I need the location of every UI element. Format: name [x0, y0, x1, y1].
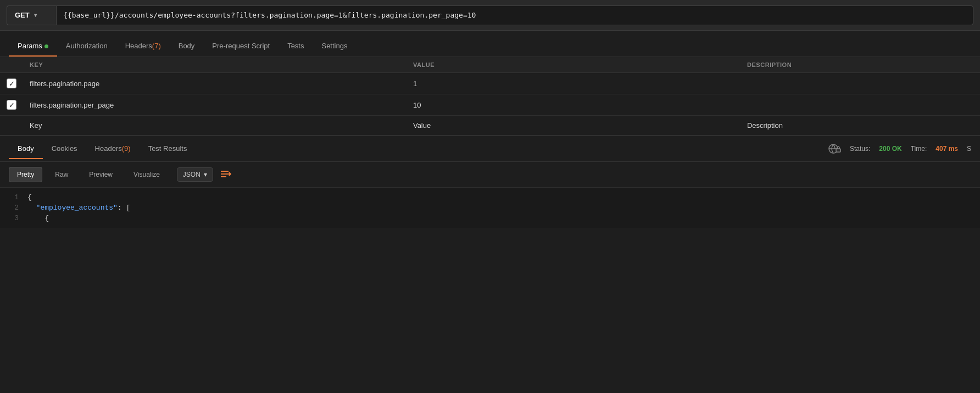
code-content: {	[27, 193, 32, 201]
row1-value[interactable]: 1	[407, 73, 740, 94]
row1-key[interactable]: filters.pagination.page	[23, 73, 407, 94]
tab-body[interactable]: Body	[170, 36, 204, 57]
response-tab-test-results[interactable]: Test Results	[140, 139, 196, 159]
status-label: Status:	[850, 145, 870, 153]
placeholder-row: Key Value Description	[0, 116, 980, 136]
response-tab-body[interactable]: Body	[9, 139, 43, 159]
code-line-3: 3 {	[0, 213, 980, 223]
format-bar: Pretty Raw Preview Visualize JSON ▾	[0, 162, 980, 188]
time-label: Time:	[911, 145, 927, 153]
time-value: 407 ms	[936, 145, 958, 153]
svg-rect-1	[836, 149, 840, 152]
method-chevron: ▾	[34, 12, 37, 18]
row2-description	[740, 94, 980, 116]
th-description: DESCRIPTION	[740, 57, 980, 73]
json-label: JSON	[183, 171, 201, 178]
row2-key[interactable]: filters.pagination.per_page	[23, 94, 407, 116]
params-dot	[44, 44, 48, 48]
status-value: 200 OK	[879, 145, 901, 153]
placeholder-value[interactable]: Value	[407, 116, 740, 136]
row1-description	[740, 73, 980, 94]
table-row: ✓ filters.pagination.page 1	[0, 73, 980, 94]
json-format-select[interactable]: JSON ▾	[177, 167, 213, 182]
format-btn-raw[interactable]: Raw	[47, 167, 76, 182]
tab-headers[interactable]: Headers(7)	[116, 36, 170, 57]
row2-value[interactable]: 10	[407, 94, 740, 116]
row1-checkbox-cell[interactable]: ✓	[0, 73, 23, 94]
code-area: 1 { 2 "employee_accounts": [ 3 {	[0, 188, 980, 228]
method-dropdown[interactable]: GET ▾	[7, 5, 56, 25]
response-tab-cookies[interactable]: Cookies	[43, 139, 86, 159]
line-number: 1	[0, 193, 27, 201]
code-content: "employee_accounts": [	[27, 204, 130, 212]
placeholder-key[interactable]: Key	[23, 116, 407, 136]
tab-settings[interactable]: Settings	[313, 36, 356, 57]
format-btn-pretty[interactable]: Pretty	[9, 167, 42, 182]
code-line-2: 2 "employee_accounts": [	[0, 203, 980, 213]
tab-authorization[interactable]: Authorization	[57, 36, 116, 57]
url-bar: GET ▾	[0, 0, 980, 31]
globe-lock-icon	[828, 142, 841, 155]
method-label: GET	[15, 11, 30, 19]
request-tabs-row: Params Authorization Headers(7) Body Pre…	[0, 31, 980, 57]
format-btn-preview[interactable]: Preview	[81, 167, 121, 182]
checkbox-checked-2[interactable]: ✓	[7, 100, 16, 110]
params-content: KEY VALUE DESCRIPTION ✓ filters.paginati…	[0, 57, 980, 136]
th-checkbox	[0, 57, 23, 73]
placeholder-description[interactable]: Description	[740, 116, 980, 136]
tab-params[interactable]: Params	[9, 36, 57, 57]
size-label: S	[967, 145, 971, 153]
row2-checkbox-cell[interactable]: ✓	[0, 94, 23, 116]
line-number: 3	[0, 214, 27, 222]
code-content: {	[27, 214, 49, 222]
tab-prerequest[interactable]: Pre-request Script	[203, 36, 279, 57]
wrap-button[interactable]	[218, 166, 234, 183]
th-key: KEY	[23, 57, 407, 73]
checkbox-checked-1[interactable]: ✓	[7, 78, 16, 88]
format-btn-visualize[interactable]: Visualize	[125, 167, 168, 182]
json-chevron: ▾	[204, 171, 207, 178]
url-input[interactable]	[56, 5, 973, 25]
response-tab-headers[interactable]: Headers(9)	[86, 139, 140, 159]
response-status: Status: 200 OK Time: 407 ms S	[828, 142, 971, 155]
code-line-1: 1 {	[0, 192, 980, 203]
params-table: KEY VALUE DESCRIPTION ✓ filters.paginati…	[0, 57, 980, 136]
tab-tests[interactable]: Tests	[279, 36, 313, 57]
response-tabs-row: Body Cookies Headers(9) Test Results Sta…	[0, 136, 980, 162]
table-row: ✓ filters.pagination.per_page 10	[0, 94, 980, 116]
th-value: VALUE	[407, 57, 740, 73]
line-number: 2	[0, 204, 27, 212]
